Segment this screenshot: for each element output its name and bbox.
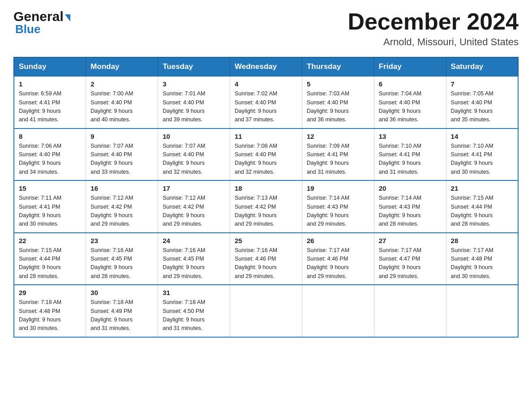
day-number: 23 xyxy=(90,237,153,244)
day-number: 15 xyxy=(19,184,81,192)
calendar-table: SundayMondayTuesdayWednesdayThursdayFrid… xyxy=(13,57,519,338)
day-info: Sunrise: 7:02 AMSunset: 4:40 PMDaylight:… xyxy=(235,90,297,124)
day-info: Sunrise: 7:18 AMSunset: 4:48 PMDaylight:… xyxy=(19,298,81,333)
calendar-cell: 28Sunrise: 7:17 AMSunset: 4:48 PMDayligh… xyxy=(446,233,518,285)
calendar-week-row: 1Sunrise: 6:59 AMSunset: 4:41 PMDaylight… xyxy=(14,76,518,128)
calendar-cell: 21Sunrise: 7:15 AMSunset: 4:44 PMDayligh… xyxy=(446,180,518,233)
day-info: Sunrise: 7:16 AMSunset: 4:45 PMDaylight:… xyxy=(90,246,153,281)
logo-blue-text: Blue xyxy=(15,22,40,36)
day-number: 30 xyxy=(90,289,153,296)
day-number: 31 xyxy=(163,289,225,296)
calendar-week-row: 22Sunrise: 7:15 AMSunset: 4:44 PMDayligh… xyxy=(14,233,518,285)
day-number: 4 xyxy=(235,80,297,88)
day-info: Sunrise: 7:00 AMSunset: 4:40 PMDaylight:… xyxy=(90,90,153,124)
day-number: 6 xyxy=(379,80,442,88)
calendar-cell: 16Sunrise: 7:12 AMSunset: 4:42 PMDayligh… xyxy=(86,180,158,233)
calendar-cell: 20Sunrise: 7:14 AMSunset: 4:43 PMDayligh… xyxy=(374,180,446,233)
calendar-cell: 19Sunrise: 7:14 AMSunset: 4:43 PMDayligh… xyxy=(302,180,374,233)
day-info: Sunrise: 7:06 AMSunset: 4:40 PMDaylight:… xyxy=(19,142,81,177)
day-info: Sunrise: 7:14 AMSunset: 4:43 PMDaylight:… xyxy=(307,194,369,229)
day-info: Sunrise: 7:05 AMSunset: 4:40 PMDaylight:… xyxy=(451,90,513,124)
day-number: 25 xyxy=(235,237,297,244)
day-number: 21 xyxy=(451,184,513,192)
day-number: 24 xyxy=(163,237,225,244)
calendar-cell: 25Sunrise: 7:16 AMSunset: 4:46 PMDayligh… xyxy=(230,233,302,285)
day-info: Sunrise: 7:15 AMSunset: 4:44 PMDaylight:… xyxy=(19,246,81,281)
day-number: 17 xyxy=(163,184,225,192)
calendar-cell: 3Sunrise: 7:01 AMSunset: 4:40 PMDaylight… xyxy=(158,76,230,128)
day-number: 29 xyxy=(19,289,81,296)
day-number: 7 xyxy=(451,80,513,88)
calendar-cell: 23Sunrise: 7:16 AMSunset: 4:45 PMDayligh… xyxy=(86,233,158,285)
day-number: 20 xyxy=(379,184,442,192)
page-subtitle: Arnold, Missouri, United States xyxy=(348,36,519,48)
day-number: 12 xyxy=(307,133,369,140)
calendar-week-row: 8Sunrise: 7:06 AMSunset: 4:40 PMDaylight… xyxy=(14,128,518,181)
calendar-cell: 1Sunrise: 6:59 AMSunset: 4:41 PMDaylight… xyxy=(14,76,86,128)
calendar-cell xyxy=(230,285,302,337)
header-thursday: Thursday xyxy=(302,57,374,76)
day-number: 13 xyxy=(379,133,442,140)
header-friday: Friday xyxy=(374,57,446,76)
calendar-cell: 29Sunrise: 7:18 AMSunset: 4:48 PMDayligh… xyxy=(14,285,86,337)
calendar-cell: 6Sunrise: 7:04 AMSunset: 4:40 PMDaylight… xyxy=(374,76,446,128)
logo-general-text: General xyxy=(13,9,64,24)
day-info: Sunrise: 7:12 AMSunset: 4:42 PMDaylight:… xyxy=(90,194,153,229)
day-info: Sunrise: 7:07 AMSunset: 4:40 PMDaylight:… xyxy=(163,142,225,177)
day-number: 11 xyxy=(235,133,297,140)
day-number: 19 xyxy=(307,184,369,192)
day-number: 28 xyxy=(451,237,513,244)
calendar-week-row: 15Sunrise: 7:11 AMSunset: 4:41 PMDayligh… xyxy=(14,180,518,233)
calendar-cell: 10Sunrise: 7:07 AMSunset: 4:40 PMDayligh… xyxy=(158,128,230,181)
day-info: Sunrise: 7:17 AMSunset: 4:46 PMDaylight:… xyxy=(307,246,369,281)
calendar-cell: 2Sunrise: 7:00 AMSunset: 4:40 PMDaylight… xyxy=(86,76,158,128)
day-info: Sunrise: 7:18 AMSunset: 4:50 PMDaylight:… xyxy=(163,298,225,333)
day-number: 10 xyxy=(163,133,225,140)
calendar-cell: 7Sunrise: 7:05 AMSunset: 4:40 PMDaylight… xyxy=(446,76,518,128)
day-number: 14 xyxy=(451,133,513,140)
day-number: 9 xyxy=(90,133,153,140)
day-number: 1 xyxy=(19,80,81,88)
calendar-cell: 30Sunrise: 7:18 AMSunset: 4:49 PMDayligh… xyxy=(86,285,158,337)
day-info: Sunrise: 7:17 AMSunset: 4:48 PMDaylight:… xyxy=(451,246,513,281)
calendar-cell: 9Sunrise: 7:07 AMSunset: 4:40 PMDaylight… xyxy=(86,128,158,181)
day-number: 16 xyxy=(90,184,153,192)
day-info: Sunrise: 7:13 AMSunset: 4:42 PMDaylight:… xyxy=(235,194,297,229)
day-number: 26 xyxy=(307,237,369,244)
logo: General Blue xyxy=(13,9,70,36)
calendar-cell: 8Sunrise: 7:06 AMSunset: 4:40 PMDaylight… xyxy=(14,128,86,181)
day-info: Sunrise: 7:10 AMSunset: 4:41 PMDaylight:… xyxy=(451,142,513,177)
calendar-cell xyxy=(374,285,446,337)
day-info: Sunrise: 7:15 AMSunset: 4:44 PMDaylight:… xyxy=(451,194,513,229)
calendar-cell: 26Sunrise: 7:17 AMSunset: 4:46 PMDayligh… xyxy=(302,233,374,285)
day-info: Sunrise: 7:12 AMSunset: 4:42 PMDaylight:… xyxy=(163,194,225,229)
calendar-cell: 12Sunrise: 7:09 AMSunset: 4:41 PMDayligh… xyxy=(302,128,374,181)
day-info: Sunrise: 7:17 AMSunset: 4:47 PMDaylight:… xyxy=(379,246,442,281)
calendar-cell xyxy=(446,285,518,337)
calendar-cell: 18Sunrise: 7:13 AMSunset: 4:42 PMDayligh… xyxy=(230,180,302,233)
calendar-cell: 24Sunrise: 7:16 AMSunset: 4:45 PMDayligh… xyxy=(158,233,230,285)
header-wednesday: Wednesday xyxy=(230,57,302,76)
header-saturday: Saturday xyxy=(446,57,518,76)
calendar-cell: 4Sunrise: 7:02 AMSunset: 4:40 PMDaylight… xyxy=(230,76,302,128)
calendar-cell: 13Sunrise: 7:10 AMSunset: 4:41 PMDayligh… xyxy=(374,128,446,181)
day-info: Sunrise: 7:14 AMSunset: 4:43 PMDaylight:… xyxy=(379,194,442,229)
day-info: Sunrise: 7:08 AMSunset: 4:40 PMDaylight:… xyxy=(235,142,297,177)
day-number: 3 xyxy=(163,80,225,88)
day-number: 18 xyxy=(235,184,297,192)
title-area: December 2024 Arnold, Missouri, United S… xyxy=(348,9,519,48)
calendar-cell: 27Sunrise: 7:17 AMSunset: 4:47 PMDayligh… xyxy=(374,233,446,285)
logo-triangle-icon xyxy=(65,14,70,21)
calendar-cell xyxy=(302,285,374,337)
page-header: General Blue December 2024 Arnold, Misso… xyxy=(13,9,519,48)
day-info: Sunrise: 7:04 AMSunset: 4:40 PMDaylight:… xyxy=(379,90,442,124)
header-sunday: Sunday xyxy=(14,57,86,76)
header-tuesday: Tuesday xyxy=(158,57,230,76)
day-number: 2 xyxy=(90,80,153,88)
page-title: December 2024 xyxy=(348,9,519,34)
day-info: Sunrise: 6:59 AMSunset: 4:41 PMDaylight:… xyxy=(19,90,81,124)
calendar-cell: 22Sunrise: 7:15 AMSunset: 4:44 PMDayligh… xyxy=(14,233,86,285)
day-info: Sunrise: 7:07 AMSunset: 4:40 PMDaylight:… xyxy=(90,142,153,177)
day-info: Sunrise: 7:01 AMSunset: 4:40 PMDaylight:… xyxy=(163,90,225,124)
calendar-cell: 14Sunrise: 7:10 AMSunset: 4:41 PMDayligh… xyxy=(446,128,518,181)
